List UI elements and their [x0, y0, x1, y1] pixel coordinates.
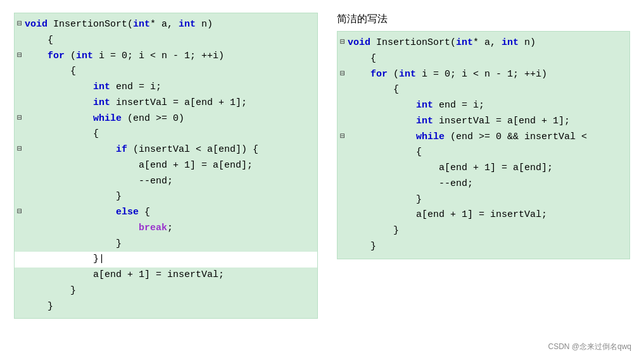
code-line: { [15, 126, 317, 142]
code-line: a[end + 1] = insertVal; [15, 268, 317, 283]
line-content: int insertVal = a[end + 1]; [348, 114, 626, 130]
code-line: } [15, 283, 317, 299]
keyword-token: int [76, 51, 93, 61]
code-line: break; [15, 221, 317, 237]
fold-icon[interactable]: ⊟ [338, 132, 348, 142]
line-content: { [25, 126, 313, 142]
code-token: } [25, 254, 99, 264]
line-content: a[end + 1] = insertVal; [348, 207, 626, 223]
code-token: n) [196, 19, 213, 30]
fold-icon[interactable]: ⊟ [338, 37, 348, 47]
code-token: a[end + 1] = a[end]; [348, 163, 553, 173]
line-content: { [348, 82, 626, 98]
code-line: } [338, 223, 629, 239]
keyword-token: int [502, 37, 519, 48]
watermark: CSDN @念来过倒名qwq [548, 342, 631, 351]
code-token: | [99, 254, 104, 264]
line-content: { [348, 51, 626, 67]
code-line: { [338, 82, 629, 98]
code-token: n) [519, 37, 536, 48]
code-token: { [348, 53, 376, 64]
keyword-token: while [93, 113, 122, 124]
code-line: int insertVal = a[end + 1]; [338, 114, 629, 130]
code-token: end = i; [110, 82, 161, 92]
code-token: { [348, 84, 399, 95]
code-line: ⊟ for (int i = 0; i < n - 1; ++i) [338, 67, 629, 83]
keyword-token: int [416, 116, 433, 126]
code-token: a[end + 1] = a[end]; [25, 160, 253, 171]
code-token: { [25, 35, 53, 46]
line-content: int insertVal = a[end + 1]; [25, 95, 313, 111]
line-content: while (end >= 0) [25, 111, 313, 127]
keyword-token: for [370, 69, 388, 80]
code-token: } [348, 241, 376, 252]
keyword-token: void [348, 37, 370, 48]
line-content: } [348, 239, 626, 255]
code-token: { [25, 66, 76, 77]
code-line: } [15, 299, 317, 315]
code-token: a[end + 1] = insertVal; [25, 269, 224, 280]
line-content: { [25, 64, 313, 80]
line-content: } [25, 283, 313, 299]
fold-icon[interactable]: ⊟ [338, 69, 348, 79]
code-line: int end = i; [15, 80, 317, 95]
code-token [25, 113, 93, 124]
code-token: ( [388, 69, 399, 80]
code-line: a[end + 1] = a[end]; [15, 158, 317, 174]
fold-icon[interactable]: ⊟ [15, 144, 25, 154]
code-token: InsertionSort( [370, 37, 456, 48]
code-line: } [15, 189, 317, 205]
code-token: { [348, 147, 422, 157]
code-token: { [139, 207, 150, 218]
code-token: end = i; [433, 100, 484, 111]
code-line: ⊟ else { [15, 205, 317, 221]
keyword-token: int [93, 82, 110, 92]
code-token [25, 51, 47, 61]
line-content: a[end + 1] = insertVal; [25, 268, 313, 283]
code-line: a[end + 1] = insertVal; [338, 207, 629, 223]
line-content: void InsertionSort(int* a, int n) [348, 35, 626, 51]
code-line: { [338, 145, 629, 161]
code-line: int end = i; [338, 98, 629, 114]
line-content: for (int i = 0; i < n - 1; ++i) [25, 49, 313, 65]
code-line: --end; [15, 174, 317, 190]
fold-icon[interactable]: ⊟ [15, 51, 25, 61]
keyword-token: int [416, 100, 433, 111]
keyword-token: for [47, 51, 65, 61]
fold-icon[interactable]: ⊟ [15, 19, 25, 29]
line-content: }| [25, 252, 313, 268]
fold-icon[interactable]: ⊟ [15, 113, 25, 123]
code-line: a[end + 1] = a[end]; [338, 161, 629, 176]
line-content: { [348, 145, 626, 161]
left-code-block: ⊟void InsertionSort(int* a, int n) {⊟ fo… [14, 13, 318, 319]
right-code-block: ⊟void InsertionSort(int* a, int n) {⊟ fo… [337, 31, 630, 259]
code-token [25, 82, 93, 92]
code-token: a[end + 1] = insertVal; [348, 209, 547, 220]
page-wrapper: ⊟void InsertionSort(int* a, int n) {⊟ fo… [6, 6, 638, 351]
code-token [348, 100, 416, 111]
line-content: break; [25, 221, 313, 237]
code-token: { [25, 128, 99, 139]
code-token: } [25, 238, 122, 249]
line-content: --end; [25, 174, 313, 190]
code-token: } [25, 301, 53, 312]
right-code: ⊟void InsertionSort(int* a, int n) {⊟ fo… [337, 31, 630, 259]
code-token [25, 97, 93, 108]
code-token: * a, [473, 37, 502, 48]
keyword-token: void [25, 19, 47, 30]
code-line: ⊟ while (end >= 0 && insertVal < [338, 130, 629, 145]
code-token [348, 69, 370, 80]
fold-icon[interactable]: ⊟ [15, 207, 25, 217]
line-content: while (end >= 0 && insertVal < [348, 130, 626, 145]
code-token: (end >= 0) [122, 113, 184, 124]
code-token: } [25, 191, 122, 202]
code-token: } [348, 194, 422, 205]
code-line: } [338, 239, 629, 255]
code-line: { [338, 51, 629, 67]
keyword-token: int [456, 37, 473, 48]
code-line: ⊟ if (insertVal < a[end]) { [15, 142, 317, 158]
keyword-token: if [116, 144, 127, 155]
code-line: { [15, 33, 317, 49]
code-line: int insertVal = a[end + 1]; [15, 95, 317, 111]
code-token: i = 0; i < n - 1; ++i) [416, 69, 547, 80]
